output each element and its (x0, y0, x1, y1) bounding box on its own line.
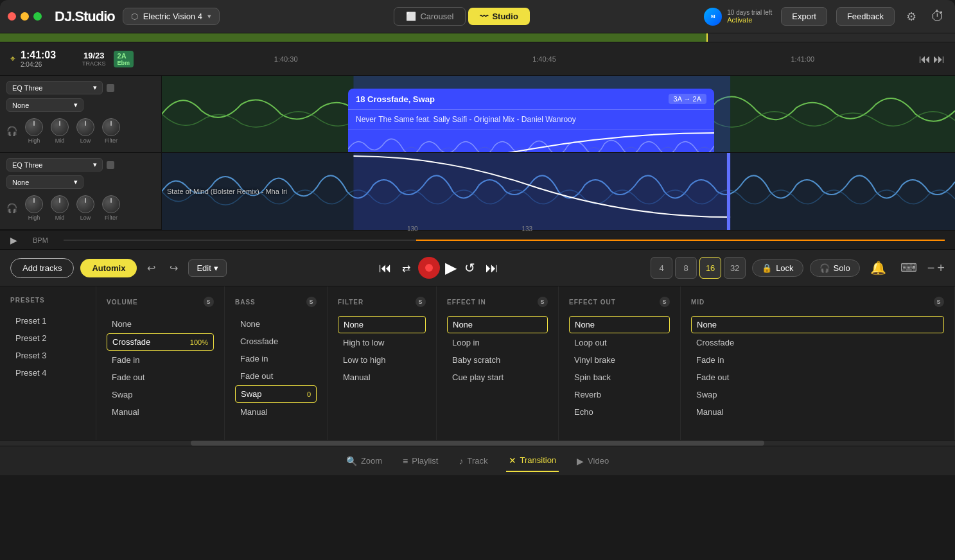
headphone-icon[interactable]: 🎧 (6, 126, 17, 136)
low-knob[interactable] (76, 118, 94, 136)
effect-out-loopout-item[interactable]: Loop out (569, 335, 670, 351)
filter-knob-2[interactable] (102, 195, 120, 213)
volume-fadeout-item[interactable]: Fade out (107, 369, 214, 385)
carousel-view-button[interactable]: ⬜ Carousel (394, 7, 466, 26)
record-button[interactable] (418, 257, 440, 279)
track1-filter-select[interactable]: None ▾ (6, 98, 83, 112)
feedback-button[interactable]: Feedback (836, 7, 895, 26)
filter-knob[interactable] (102, 118, 120, 136)
activate-link[interactable]: Activate (727, 16, 772, 24)
low-knob-2[interactable] (76, 195, 94, 213)
beat8-button[interactable]: 8 (675, 257, 697, 279)
effect-out-none-item[interactable]: None (569, 316, 670, 333)
volume-swap-item[interactable]: Swap (107, 387, 214, 403)
metronome-icon[interactable]: 🔔 (866, 258, 890, 278)
export-button[interactable]: Export (781, 7, 827, 26)
tab-playlist[interactable]: ≡ Playlist (400, 451, 441, 471)
tab-zoom[interactable]: 🔍 Zoom (344, 451, 385, 471)
expand-icon[interactable]: ▶ (10, 235, 17, 245)
horizontal-scrollbar[interactable] (0, 441, 955, 446)
skip-to-start-button[interactable]: ⏮ (376, 258, 394, 278)
preset1-item[interactable]: Preset 1 (10, 313, 85, 329)
mid-manual-item[interactable]: Manual (691, 404, 944, 420)
mid-crossfade-item[interactable]: Crossfade (691, 335, 944, 351)
tab-track[interactable]: ♪ Track (456, 451, 490, 471)
track1-row[interactable]: 18 Crossfade, Swap 3A → 2A Never The Sam… (162, 76, 955, 153)
mid-knob-2[interactable] (51, 195, 69, 213)
scrollbar-thumb[interactable] (191, 441, 764, 446)
effect-in-cueplay-item[interactable]: Cue play start (447, 369, 548, 385)
minimize-button[interactable] (21, 12, 29, 21)
headphone-icon-2[interactable]: 🎧 (6, 203, 17, 213)
filter-none-item[interactable]: None (338, 316, 426, 333)
volume-none-item[interactable]: None (107, 316, 214, 332)
tab-transition[interactable]: ✕ Transition (506, 450, 559, 472)
cue-button[interactable]: ⇄ (399, 259, 413, 277)
add-tracks-button[interactable]: Add tracks (10, 258, 74, 278)
mid-swap-item[interactable]: Swap (691, 387, 944, 403)
filter-manual-item[interactable]: Manual (338, 369, 426, 385)
track2-toggle[interactable] (107, 161, 114, 169)
track-canvas[interactable]: 18 Crossfade, Swap 3A → 2A Never The Sam… (162, 76, 955, 230)
mid-none-item[interactable]: None (691, 316, 944, 333)
skip-to-end-button[interactable]: ⏭ (483, 258, 501, 278)
volume-crossfade-item[interactable]: Crossfade 100% (107, 333, 214, 351)
tab-video[interactable]: ▶ Video (574, 451, 611, 471)
beat16-button[interactable]: 16 (699, 257, 721, 279)
beat32-button[interactable]: 32 (724, 257, 746, 279)
mid-knob[interactable] (51, 118, 69, 136)
transition-card[interactable]: 18 Crossfade, Swap 3A → 2A Never The Sam… (348, 89, 714, 152)
filter-hightolow-item[interactable]: High to low (338, 335, 426, 351)
preset3-item[interactable]: Preset 3 (10, 347, 85, 363)
bass-fadeout-item[interactable]: Fade out (235, 368, 317, 384)
bass-manual-item[interactable]: Manual (235, 404, 317, 420)
undo-button[interactable]: ↩ (143, 259, 159, 277)
track1-eq-select[interactable]: EQ Three ▾ (6, 81, 103, 94)
tab-video-label: Video (588, 456, 609, 466)
mid-fadein-item[interactable]: Fade in (691, 352, 944, 368)
effect-out-spinback-item[interactable]: Spin back (569, 369, 670, 385)
track1-toggle[interactable] (107, 84, 114, 92)
mid-fadeout-item[interactable]: Fade out (691, 369, 944, 385)
bass-swap-item[interactable]: Swap 0 (235, 385, 317, 403)
zoom-in-button[interactable]: + (937, 261, 945, 276)
track2-eq-select[interactable]: EQ Three ▾ (6, 158, 103, 171)
track2-filter-select[interactable]: None ▾ (6, 175, 83, 189)
maximize-button[interactable] (33, 12, 42, 21)
bass-fadein-item[interactable]: Fade in (235, 351, 317, 367)
effect-out-echo-item[interactable]: Echo (569, 404, 670, 420)
bass-crossfade-item[interactable]: Crossfade (235, 333, 317, 349)
keyboard-icon[interactable]: ⌨ (897, 258, 921, 277)
solo-button[interactable]: 🎧 Solo (810, 259, 860, 277)
effect-in-babyscratch-item[interactable]: Baby scratch (447, 352, 548, 368)
volume-fadein-item[interactable]: Fade in (107, 352, 214, 368)
progress-bar-area[interactable] (0, 33, 955, 42)
high-knob-2[interactable] (25, 195, 43, 213)
filter-lowtohigh-item[interactable]: Low to high (338, 352, 426, 368)
volume-manual-item[interactable]: Manual (107, 404, 214, 420)
lock-button[interactable]: 🔒 Lock (752, 259, 803, 277)
close-button[interactable] (8, 12, 16, 21)
automix-button[interactable]: Automix (80, 259, 137, 277)
project-selector[interactable]: ⬡ Electric Vision 4 ▾ (123, 8, 220, 25)
loop-button[interactable]: ↺ (462, 258, 478, 278)
effect-out-vinylbrake-item[interactable]: Vinyl brake (569, 352, 670, 368)
user-icon[interactable]: ⏱ (928, 6, 947, 28)
beat4-button[interactable]: 4 (651, 257, 672, 279)
zoom-out-button[interactable]: − (927, 261, 935, 276)
effect-in-loopin-item[interactable]: Loop in (447, 335, 548, 351)
play-button[interactable]: ▶ (445, 259, 457, 277)
bass-none-item[interactable]: None (235, 316, 317, 332)
edit-button[interactable]: Edit ▾ (188, 259, 226, 277)
preset2-item[interactable]: Preset 2 (10, 330, 85, 346)
skip-forward-button[interactable]: ⏭ (933, 52, 945, 66)
skip-back-button[interactable]: ⏮ (919, 52, 931, 66)
redo-button[interactable]: ↪ (166, 259, 182, 277)
high-knob[interactable] (25, 118, 43, 136)
preset4-item[interactable]: Preset 4 (10, 365, 85, 381)
settings-icon[interactable]: ⚙ (904, 7, 919, 26)
track2-row[interactable]: State of Mind (Bolster Remix) - Mha Iri (162, 153, 955, 230)
studio-view-button[interactable]: 〰 Studio (468, 8, 529, 25)
effect-in-none-item[interactable]: None (447, 316, 548, 333)
effect-out-reverb-item[interactable]: Reverb (569, 387, 670, 403)
